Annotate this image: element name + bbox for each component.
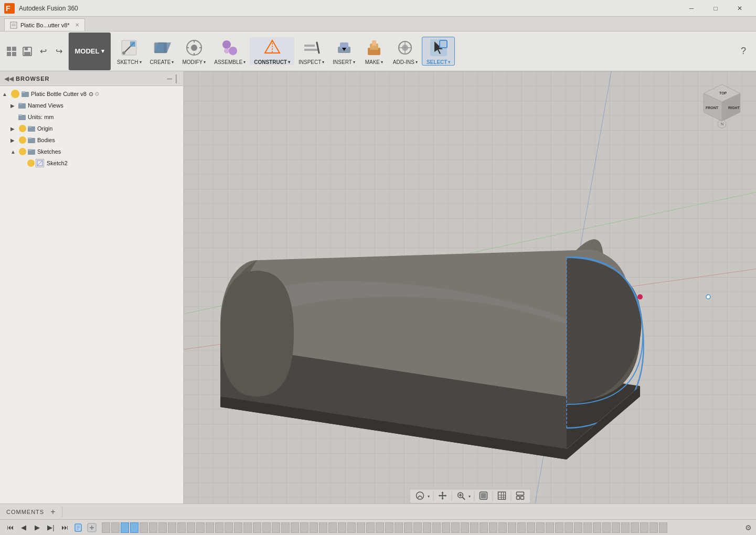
create-tool-group[interactable]: CREATE▾ <box>146 37 178 65</box>
document-tab[interactable]: Platic Bo...utter v8* ✕ <box>4 18 85 31</box>
select-tool-group[interactable]: SELECT▾ <box>422 37 455 66</box>
view-cube[interactable]: TOP FRONT RIGHT N <box>698 82 746 129</box>
timeline-cell[interactable] <box>423 522 431 533</box>
addins-tool-group[interactable]: ADD-INS▾ <box>389 37 422 65</box>
browser-item-sketch2[interactable]: Sketch2 <box>0 157 183 169</box>
timeline-cell[interactable] <box>593 522 601 533</box>
timeline-cell[interactable] <box>319 522 327 533</box>
timeline-cell[interactable] <box>527 522 535 533</box>
undo-button[interactable]: ↩ <box>36 44 50 59</box>
timeline-cell[interactable] <box>631 522 639 533</box>
timeline-last-button[interactable]: ⏭ <box>59 523 70 531</box>
pan-tool-button[interactable] <box>436 491 448 502</box>
timeline-cell[interactable] <box>555 522 563 533</box>
timeline-cell[interactable] <box>281 522 290 533</box>
timeline-cell[interactable] <box>461 522 469 533</box>
timeline-cell[interactable] <box>111 522 120 533</box>
tab-close-button[interactable]: ✕ <box>75 22 79 28</box>
insert-tool-group[interactable]: INSERT▾ <box>328 37 359 65</box>
timeline-cell[interactable] <box>310 522 318 533</box>
model-workspace-button[interactable]: MODEL ▾ <box>69 33 111 70</box>
timeline-cell[interactable] <box>508 522 516 533</box>
timeline-cell[interactable] <box>498 522 507 533</box>
timeline-next-button[interactable]: ▶| <box>45 523 57 531</box>
timeline-cell[interactable] <box>215 522 223 533</box>
timeline-cell[interactable] <box>659 522 667 533</box>
browser-pin-button[interactable]: ─ <box>167 74 172 83</box>
timeline-cell[interactable] <box>196 522 205 533</box>
timeline-cell[interactable] <box>158 522 167 533</box>
browser-back-button[interactable]: ◀◀ <box>4 75 14 82</box>
timeline-cell[interactable] <box>517 522 526 533</box>
orbit-tool-button[interactable] <box>414 491 425 502</box>
inspect-tool-group[interactable]: INSPECT▾ <box>294 37 328 65</box>
timeline-cell[interactable] <box>602 522 611 533</box>
timeline-cell[interactable] <box>102 522 110 533</box>
timeline-cell[interactable] <box>328 522 337 533</box>
timeline-cell[interactable] <box>291 522 299 533</box>
zoom-dropdown-arrow[interactable]: ▾ <box>468 494 471 499</box>
timeline-cell[interactable] <box>121 522 129 533</box>
zoom-tool-button[interactable] <box>455 491 466 502</box>
timeline-cell[interactable] <box>206 522 214 533</box>
timeline-cell[interactable] <box>366 522 375 533</box>
timeline-cell[interactable] <box>432 522 441 533</box>
timeline-cell[interactable] <box>177 522 186 533</box>
timeline-cell[interactable] <box>404 522 412 533</box>
grid-display-button[interactable] <box>496 491 507 502</box>
timeline-cell[interactable] <box>574 522 582 533</box>
timeline-settings-button[interactable]: ⚙ <box>745 523 752 532</box>
maximize-button[interactable]: □ <box>704 0 728 17</box>
timeline-cell[interactable] <box>300 522 308 533</box>
modify-tool-group[interactable]: MODIFY▾ <box>178 37 210 65</box>
timeline-cell[interactable] <box>640 522 648 533</box>
sketch-tool-group[interactable]: SKETCH▾ <box>113 37 146 65</box>
timeline-cell[interactable] <box>413 522 422 533</box>
timeline-cell[interactable] <box>168 522 176 533</box>
timeline-cell[interactable] <box>489 522 497 533</box>
timeline-cell[interactable] <box>234 522 242 533</box>
timeline-play-button[interactable]: ▶ <box>31 523 43 531</box>
timeline-cell[interactable] <box>149 522 157 533</box>
timeline-cell[interactable] <box>395 522 403 533</box>
minimize-button[interactable]: ─ <box>679 0 704 17</box>
timeline-prev-button[interactable]: ◀ <box>18 523 29 531</box>
timeline-cell[interactable] <box>451 522 460 533</box>
timeline-cell[interactable] <box>442 522 450 533</box>
browser-item-units[interactable]: Units: mm <box>0 111 183 123</box>
help-button[interactable]: ? <box>733 41 754 62</box>
browser-options-button[interactable]: │ <box>174 74 179 83</box>
browser-item-namedviews[interactable]: ▶ Named Views <box>0 100 183 111</box>
timeline-cell[interactable] <box>470 522 478 533</box>
timeline-cell[interactable] <box>546 522 554 533</box>
assemble-tool-group[interactable]: ASSEMBLE▾ <box>210 37 250 65</box>
close-button[interactable]: ✕ <box>728 0 752 17</box>
timeline-cell[interactable] <box>243 522 252 533</box>
timeline-cell[interactable] <box>225 522 233 533</box>
timeline-cell[interactable] <box>376 522 384 533</box>
timeline-cell[interactable] <box>338 522 346 533</box>
timeline-cell[interactable] <box>140 522 148 533</box>
redo-button[interactable]: ↪ <box>51 44 66 59</box>
viewport[interactable]: TOP FRONT RIGHT N ▾ <box>184 71 756 504</box>
timeline-first-button[interactable]: ⏮ <box>4 523 16 531</box>
timeline-cell[interactable] <box>347 522 356 533</box>
timeline-cell[interactable] <box>480 522 488 533</box>
browser-item-origin[interactable]: ▶ Origin <box>0 123 183 134</box>
browser-item-root[interactable]: ▲ Platic Bottle Cutter v8 ⊙ ⚙ <box>0 88 183 100</box>
save-button[interactable] <box>20 44 35 59</box>
orbit-dropdown-arrow[interactable]: ▾ <box>428 494 430 499</box>
timeline-cell[interactable] <box>565 522 573 533</box>
view-layout-button[interactable] <box>514 491 526 502</box>
make-tool-group[interactable]: MAKE▾ <box>359 37 389 65</box>
timeline-cell[interactable] <box>612 522 620 533</box>
timeline-cell[interactable] <box>357 522 365 533</box>
browser-item-bodies[interactable]: ▶ Bodies <box>0 134 183 146</box>
display-mode-button[interactable] <box>477 491 489 502</box>
timeline-cell[interactable] <box>385 522 393 533</box>
add-comment-button[interactable]: + <box>50 507 55 517</box>
browser-item-sketches[interactable]: ▲ Sketches <box>0 146 183 157</box>
grid-menu-button[interactable] <box>4 44 19 59</box>
timeline-cell[interactable] <box>187 522 195 533</box>
timeline-cell[interactable] <box>262 522 271 533</box>
